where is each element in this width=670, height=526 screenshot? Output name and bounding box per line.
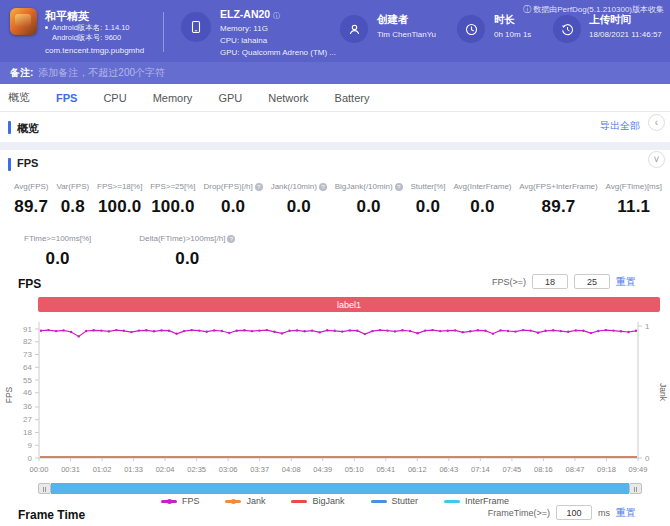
tab-battery[interactable]: Battery [335,92,370,104]
metric-value: 0.0 [335,197,403,217]
metric-value: 89.7 [519,197,597,217]
tab-fps[interactable]: FPS [56,92,77,104]
svg-text:27: 27 [23,415,32,424]
metric-label: Delta(FTime)>100ms[/h]? [139,234,235,243]
metric: Avg(InterFrame)0.0 [453,182,511,217]
metric: Drop(FPS)[/h]?0.0 [203,182,262,217]
help-icon[interactable]: ? [255,183,263,191]
chart-range-slider [38,483,642,494]
info-icon[interactable]: ⓘ [273,12,280,19]
legend-item-bigjank[interactable]: BigJank [291,496,344,506]
svg-text:09:49: 09:49 [629,465,648,474]
slider-left-handle[interactable] [38,483,51,494]
tab-gpu[interactable]: GPU [218,92,242,104]
legend-item-jank[interactable]: Jank [225,496,265,506]
svg-text:04:39: 04:39 [313,465,332,474]
chevron-down-icon: ˅ [654,154,660,165]
device-cpu: CPU: lahaina [220,36,267,45]
duration-label: 时长 [494,13,515,27]
svg-text:05:41: 05:41 [376,465,395,474]
metric: Avg(FTime)[ms]11.1 [606,182,662,217]
frametime-controls: FrameTime(>=) ms 重置 [488,505,636,520]
legend-item-stutter[interactable]: Stutter [371,496,419,506]
fps-threshold-input-2[interactable] [574,274,610,289]
svg-text:FPS: FPS [4,386,14,403]
metric: Stutter[%]0.0 [410,182,445,217]
svg-text:1: 1 [645,322,650,331]
fps-line-chart[interactable]: 9182736455463627189010FPSJank00:0000:310… [0,316,670,482]
svg-text:55: 55 [23,376,32,385]
svg-text:00:00: 00:00 [30,465,49,474]
help-icon[interactable]: ? [395,183,403,191]
svg-text:04:08: 04:08 [282,465,301,474]
tab-network[interactable]: Network [268,92,308,104]
metric-value: 100.0 [150,197,195,217]
metric-label: Drop(FPS)[/h]? [203,182,262,191]
help-icon[interactable]: ? [319,183,327,191]
svg-text:9: 9 [28,441,33,450]
metric-value: 89.7 [14,197,49,217]
metric-label: Avg(FPS+InterFrame) [519,182,597,191]
slider-track[interactable] [51,483,629,494]
creator-label: 创建者 [377,13,409,27]
tab-概览[interactable]: 概览 [8,90,30,105]
export-all-link[interactable]: 导出全部 [600,119,640,133]
svg-text:09:18: 09:18 [597,465,616,474]
legend-marker-icon [291,500,307,503]
frametime-reset-link[interactable]: 重置 [616,506,636,520]
chart-annotation-bar[interactable]: label1 [38,297,660,312]
legend-item-fps[interactable]: FPS [161,496,200,506]
legend-marker-icon [225,500,241,503]
remark-bar[interactable]: 备注: 添加备注，不超过200个字符 [0,62,670,84]
frametime-unit: ms [598,508,610,518]
device-model: ELZ-AN20 ⓘ [220,8,280,21]
svg-text:0: 0 [28,454,33,463]
app-version-code: Android版本号: 9600 [52,33,121,43]
metric: FTime>=100ms[%]0.0 [24,234,91,269]
svg-text:07:14: 07:14 [471,465,490,474]
metric: Jank(/10min)?0.0 [271,182,327,217]
metric: BigJank(/10min)?0.0 [335,182,403,217]
metric: Var(FPS)0.8 [56,182,89,217]
svg-text:01:33: 01:33 [124,465,143,474]
metric-label: BigJank(/10min)? [335,182,403,191]
svg-text:82: 82 [23,337,32,346]
frametime-input[interactable] [556,505,592,520]
svg-text:36: 36 [23,402,32,411]
fps-threshold-input-1[interactable] [532,274,568,289]
remark-label: 备注: [10,66,33,80]
svg-text:0: 0 [645,454,650,463]
collapse-left-button[interactable]: ‹ [648,114,665,131]
metric-label: FTime>=100ms[%] [24,234,91,243]
legend-marker-icon [161,500,177,503]
fps-summary-row-2: FTime>=100ms[%]0.0Delta(FTime)>100ms[/h]… [24,234,235,269]
metric-label: Avg(FPS) [14,182,49,191]
metric-label: Avg(FTime)[ms] [606,182,662,191]
slider-right-handle[interactable] [629,483,642,494]
duration-value: 0h 10m 1s [494,30,531,39]
creator-value: Tim ChenTianYu [377,30,436,39]
app-icon [10,8,37,35]
legend-label: Jank [246,496,265,506]
svg-text:03:06: 03:06 [219,465,238,474]
tab-memory[interactable]: Memory [153,92,193,104]
legend-marker-icon [444,500,460,503]
user-icon [340,15,368,43]
metric-label: Var(FPS) [56,182,89,191]
metric-label: Jank(/10min)? [271,182,327,191]
collapse-panel-button[interactable]: ˅ [648,151,665,168]
metric-value: 11.1 [606,197,662,217]
fps-threshold-label: FPS(>=) [492,277,526,287]
clock-icon [457,15,485,43]
remark-placeholder: 添加备注，不超过200个字符 [38,66,165,80]
bullet-dot-icon [45,26,48,29]
legend-label: BigJank [312,496,344,506]
overview-title: 概览 [17,121,39,136]
tab-cpu[interactable]: CPU [103,92,126,104]
svg-text:02:04: 02:04 [156,465,175,474]
fps-threshold-reset-link[interactable]: 重置 [616,275,636,289]
help-icon[interactable]: ? [227,235,235,243]
frametime-label: FrameTime(>=) [488,508,550,518]
svg-text:02:35: 02:35 [187,465,206,474]
svg-text:00:31: 00:31 [61,465,80,474]
